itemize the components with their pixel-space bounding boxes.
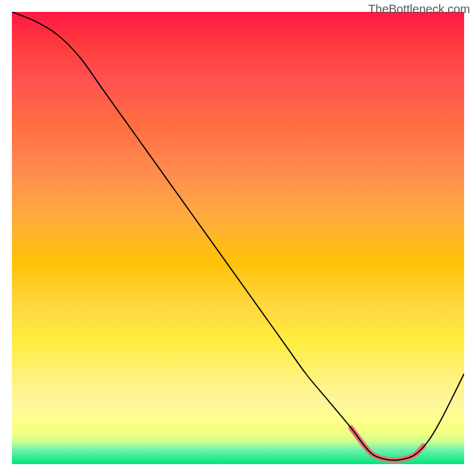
plot-area (12, 12, 464, 464)
chart-container: TheBottleneck.com (0, 0, 476, 476)
bottleneck-curve (12, 12, 464, 460)
watermark-text: TheBottleneck.com (368, 2, 470, 16)
curve-svg (12, 12, 464, 464)
optimal-range-highlight (351, 428, 424, 460)
